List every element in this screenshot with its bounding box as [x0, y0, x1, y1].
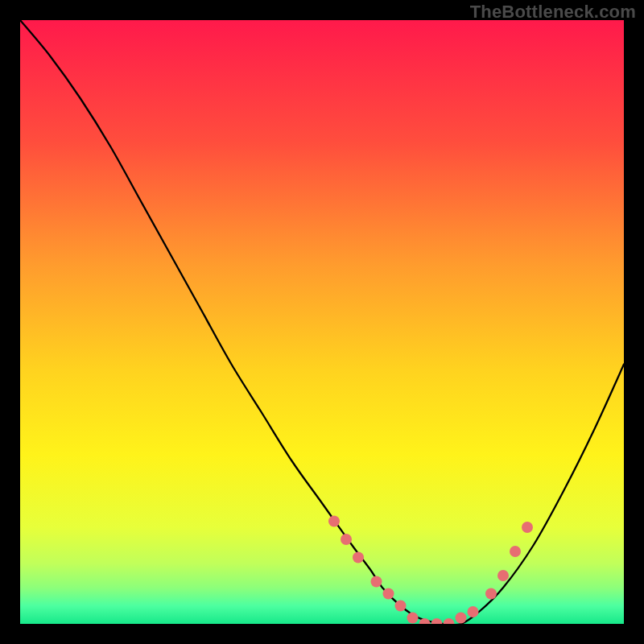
highlight-dot — [383, 588, 394, 600]
highlight-dot — [395, 601, 407, 612]
highlight-dot — [485, 588, 497, 600]
highlight-dot — [371, 576, 382, 588]
chart-frame: TheBottleneck.com — [0, 0, 644, 644]
highlight-dot — [497, 570, 509, 581]
highlight-dot — [444, 618, 455, 624]
highlight-dot — [431, 618, 443, 624]
highlight-dots — [328, 516, 533, 625]
bottleneck-curve — [20, 20, 624, 624]
curve-svg — [20, 20, 624, 624]
highlight-dot — [456, 613, 467, 624]
highlight-dot — [328, 516, 340, 527]
highlight-dot — [522, 522, 533, 533]
highlight-dot — [468, 606, 479, 617]
highlight-dot — [407, 613, 419, 624]
highlight-dot — [353, 552, 364, 564]
highlight-dot — [510, 546, 521, 557]
plot-area — [20, 20, 624, 624]
highlight-dot — [341, 534, 352, 545]
